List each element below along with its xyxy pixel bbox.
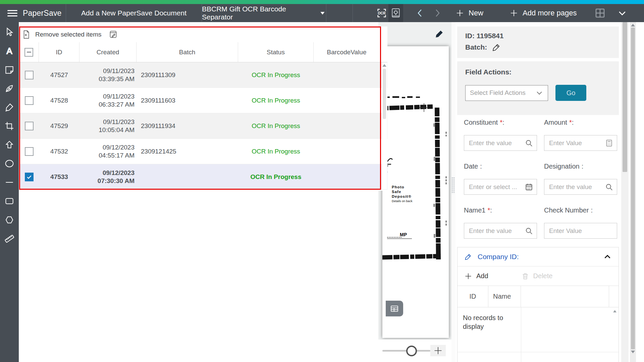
row-checkbox[interactable] [25, 71, 34, 79]
check-number-input[interactable] [544, 223, 617, 239]
grid-line [521, 307, 521, 362]
table-row[interactable]: 47527 09/11/202303:39:35 AM 2309111309 O… [19, 62, 387, 88]
pen-tool-button[interactable] [4, 83, 15, 94]
scroll-up-arrow-icon[interactable] [613, 310, 616, 312]
crop-tool-button[interactable] [4, 121, 15, 131]
row-checkbox[interactable] [25, 96, 34, 105]
scrollbar-thumb[interactable] [623, 22, 627, 172]
tab-template-selector[interactable]: BBCRM Gift OCR Barcode Separator [202, 5, 326, 21]
collapse-chevron-up-icon[interactable] [603, 252, 612, 261]
ocr-icon[interactable]: OCR [375, 4, 388, 22]
company-grid-body: No records to display [458, 307, 619, 362]
ruler-tool-button[interactable] [4, 233, 15, 244]
grid-line [458, 352, 619, 352]
previous-page-icon[interactable] [413, 4, 427, 22]
amount-input[interactable] [544, 135, 617, 151]
column-header-barcodevalue[interactable]: BarcodeValue [314, 42, 380, 62]
cell-status: OCR In Progress [238, 148, 314, 155]
edit-in-box-icon[interactable] [109, 30, 118, 39]
field-actions-card: Field Actions: Select Field Actions Go [457, 61, 619, 115]
row-checkbox[interactable] [25, 122, 34, 130]
new-button[interactable]: New [455, 9, 483, 17]
column-header-id[interactable]: ID [39, 42, 79, 62]
header-divider [326, 4, 326, 22]
go-button[interactable]: Go [555, 85, 586, 101]
next-page-icon[interactable] [431, 4, 444, 22]
hamburger-menu-icon[interactable] [7, 8, 17, 18]
calendar-icon[interactable] [525, 183, 533, 191]
panel-scrollbar[interactable] [621, 22, 629, 362]
field-actions-select[interactable]: Select Field Actions [465, 85, 548, 101]
note-tool-button[interactable] [4, 64, 15, 75]
edit-batch-pencil-icon[interactable] [492, 43, 501, 52]
line-tool-button[interactable] [4, 177, 15, 188]
svg-text:OCR: OCR [378, 11, 386, 15]
cell-id: 47529 [39, 122, 79, 130]
window-scrollbar[interactable] [630, 22, 636, 362]
constituent-input[interactable] [464, 135, 537, 151]
plus-icon [433, 346, 443, 355]
add-more-pages-button[interactable]: Add more pages [509, 9, 577, 17]
table-row[interactable]: 47533 09/12/202307:30:30 AM OCR In Progr… [19, 164, 387, 190]
layout-grid-icon[interactable] [593, 4, 607, 22]
calculator-icon[interactable] [605, 139, 613, 147]
cell-batch: 2309111934 [137, 122, 238, 130]
grid-scrollbar[interactable] [382, 63, 387, 189]
zoom-bar [378, 340, 451, 362]
remove-document-icon[interactable] [22, 29, 31, 40]
field-name1: Name1*: [464, 206, 537, 250]
polygon-tool-button[interactable] [4, 215, 15, 225]
tab-add-new-document[interactable]: Add a New PaperSave Document [66, 9, 202, 17]
scrollbar-thumb[interactable] [631, 27, 635, 349]
ellipse-tool-button[interactable] [4, 158, 15, 169]
company-column-id[interactable]: ID [458, 286, 488, 307]
collapse-header-chevron-icon[interactable] [615, 4, 629, 22]
scroll-up-arrow-icon[interactable] [631, 24, 635, 26]
remove-selected-items-label[interactable]: Remove selected items [35, 31, 101, 38]
company-column-name[interactable]: Name [488, 286, 521, 307]
add-company-button[interactable]: Add [464, 272, 488, 280]
checkmark-icon [26, 174, 32, 180]
select-tool-button[interactable] [4, 27, 15, 38]
designation-input[interactable] [544, 179, 617, 195]
search-icon[interactable] [525, 139, 533, 147]
scroll-down-arrow-icon[interactable] [631, 351, 635, 353]
company-grid-scrollbar[interactable] [612, 309, 618, 314]
lightbulb-tips-icon[interactable] [388, 4, 403, 22]
zoom-slider-thumb[interactable] [406, 346, 417, 356]
column-header-batch[interactable]: Batch [137, 42, 238, 62]
scanned-check-page[interactable]: Photo Safe Deposit® Details on back MP [382, 46, 449, 338]
date-input[interactable] [464, 179, 537, 195]
search-icon[interactable] [525, 227, 533, 235]
zoom-in-button[interactable] [430, 345, 446, 356]
select-all-checkbox[interactable] [24, 48, 33, 57]
column-header-created[interactable]: Created [79, 42, 137, 62]
batch-grid-panel: Remove selected items ID Created Batch S… [19, 26, 387, 191]
company-id-header[interactable]: Company ID: [458, 247, 619, 266]
grid-toolbar: Remove selected items [19, 26, 387, 42]
cell-batch: 2309111603 [137, 97, 238, 104]
table-row[interactable]: 47528 09/11/202306:33:27 AM 2309111603 O… [19, 88, 387, 113]
scrollbar-thumb[interactable] [383, 69, 386, 119]
show-batch-grid-button[interactable] [386, 301, 403, 316]
search-icon[interactable] [605, 183, 613, 191]
edit-annotations-pencil-icon[interactable] [434, 29, 444, 39]
row-checkbox[interactable] [25, 147, 34, 156]
column-header-status[interactable]: Status [238, 42, 314, 62]
name1-input[interactable] [464, 223, 537, 239]
row-checkbox[interactable] [25, 173, 34, 181]
field-constituent: Constituent*: [464, 118, 537, 162]
scroll-up-arrow-icon[interactable] [382, 64, 386, 67]
arrow-stamp-tool-button[interactable] [4, 139, 15, 150]
highlighter-tool-button[interactable] [4, 102, 15, 113]
table-row[interactable]: 47529 09/11/202310:05:04 AM 2309111934 O… [19, 113, 387, 139]
delete-company-button[interactable]: Delete [521, 272, 553, 280]
select-all-checkbox-cell [19, 42, 39, 62]
table-row[interactable]: 47532 09/12/202304:55:17 AM 2309121425 O… [19, 139, 387, 164]
grid-header-row: ID Created Batch Status BarcodeValue [19, 42, 387, 62]
rectangle-tool-button[interactable] [4, 196, 15, 206]
splitter-drag-handle[interactable] [451, 177, 455, 194]
cell-created: 09/11/202310:05:04 AM [79, 118, 137, 134]
company-column-spacer [521, 286, 609, 307]
text-tool-button[interactable]: A [4, 46, 15, 56]
